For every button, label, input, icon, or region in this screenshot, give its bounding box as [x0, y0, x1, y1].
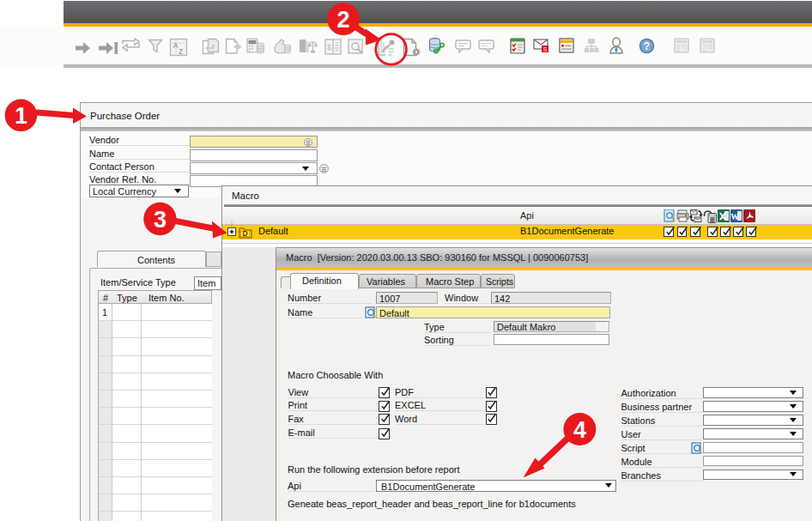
svg-text:2: 2 [336, 7, 349, 33]
svg-text:4: 4 [573, 417, 586, 443]
svg-text:1: 1 [15, 103, 27, 129]
svg-text:3: 3 [154, 207, 167, 233]
